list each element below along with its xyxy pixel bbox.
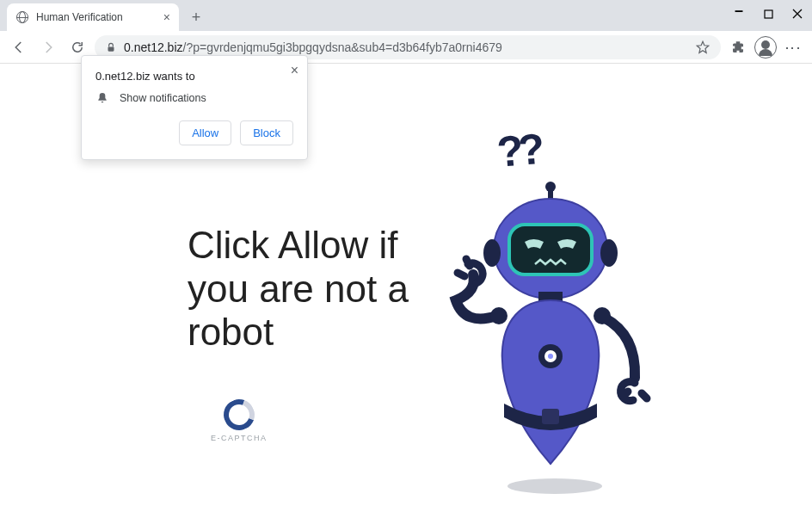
- browser-tab[interactable]: Human Verification ×: [7, 3, 179, 31]
- profile-avatar[interactable]: [754, 35, 778, 59]
- permission-item: Show notifications: [95, 91, 293, 105]
- browser-titlebar: Human Verification × + –: [0, 0, 812, 31]
- extensions-icon[interactable]: [726, 35, 750, 59]
- robot-illustration: ??: [430, 133, 671, 494]
- close-window-button[interactable]: [783, 0, 812, 28]
- lock-icon: [105, 41, 117, 53]
- captcha-logo-icon: [218, 394, 260, 435]
- window-controls: –: [724, 0, 812, 28]
- minimize-button[interactable]: –: [724, 0, 754, 24]
- maximize-button[interactable]: [754, 0, 783, 28]
- back-button[interactable]: [7, 35, 31, 59]
- close-tab-icon[interactable]: ×: [163, 11, 170, 23]
- new-tab-button[interactable]: +: [184, 5, 208, 29]
- notification-permission-popup: × 0.net12.biz wants to Show notification…: [81, 55, 308, 160]
- forward-button[interactable]: [36, 35, 60, 59]
- captcha-badge: E-CAPTCHA: [211, 399, 268, 442]
- allow-button[interactable]: Allow: [179, 120, 231, 145]
- svg-point-7: [600, 239, 618, 267]
- block-button[interactable]: Block: [240, 120, 293, 145]
- svg-point-6: [483, 239, 501, 267]
- svg-point-14: [490, 307, 508, 324]
- globe-icon: [15, 10, 29, 24]
- url-text: 0.net12.biz/?p=gvrdenjqmu5gi3bpgqydsna&s…: [124, 40, 502, 54]
- svg-point-15: [594, 307, 611, 324]
- svg-rect-1: [108, 46, 114, 51]
- menu-dots-icon[interactable]: ⋮: [781, 35, 805, 59]
- svg-point-12: [548, 354, 553, 359]
- bookmark-star-icon[interactable]: [695, 40, 710, 55]
- captcha-label: E-CAPTCHA: [211, 434, 268, 442]
- permission-title: 0.net12.biz wants to: [95, 70, 293, 83]
- svg-rect-0: [765, 10, 772, 18]
- svg-rect-13: [542, 409, 559, 424]
- close-icon[interactable]: ×: [291, 63, 298, 78]
- robot-svg: [430, 163, 671, 490]
- svg-rect-8: [509, 225, 592, 275]
- tab-title: Human Verification: [36, 11, 157, 23]
- page-headline: Click Allow ifyou are not arobot: [188, 224, 409, 355]
- bell-icon: [95, 91, 109, 105]
